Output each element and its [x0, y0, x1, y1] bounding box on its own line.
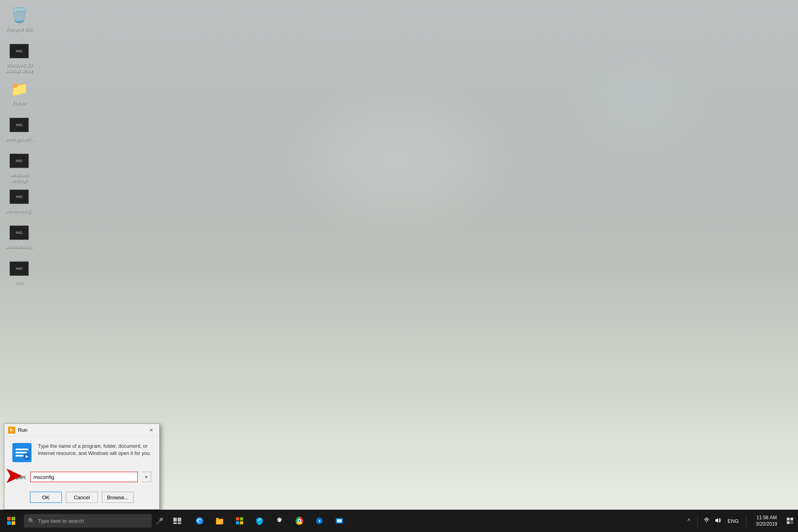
run-dialog: ▶️ Run ✕ Type the name of a program, fol…: [4, 423, 160, 510]
svg-rect-1: [16, 449, 28, 450]
windowslog2-icon: IMG: [10, 223, 29, 242]
tray-network-icon[interactable]: [703, 518, 711, 524]
taskbar-app2-button[interactable]: [330, 510, 349, 532]
red-arrow-indicator: ➤: [5, 466, 22, 486]
svg-rect-37: [787, 521, 790, 524]
run-dialog-close-button[interactable]: ✕: [147, 425, 156, 435]
svg-rect-3: [16, 455, 24, 457]
run-dialog-buttons: OK Cancel Browse...: [4, 488, 159, 509]
svg-rect-38: [790, 521, 793, 524]
taskbar-search-placeholder: Type here to search: [38, 518, 84, 524]
run-dialog-ok-button[interactable]: OK: [30, 492, 62, 503]
folder-label: Folder: [12, 100, 26, 106]
run-dialog-icon: ▶️: [8, 426, 16, 434]
svg-marker-34: [715, 518, 718, 523]
run-dialog-description: Type the name of a program, folder, docu…: [38, 443, 151, 457]
svg-text:✦: ✦: [318, 519, 321, 523]
start-button[interactable]: [0, 510, 22, 532]
run-dialog-body: Type the name of a program, folder, docu…: [4, 437, 159, 469]
system-tray: ^ ENG 1: [681, 510, 798, 532]
run-dialog-browse-button[interactable]: Browse...: [102, 492, 134, 503]
taskbar-store-button[interactable]: [230, 510, 249, 532]
tray-expand-button[interactable]: ^: [685, 518, 693, 524]
startup-delay-icon: IMG: [10, 42, 29, 61]
svg-rect-8: [7, 521, 11, 525]
svg-rect-18: [217, 522, 222, 522]
svg-rect-23: [240, 521, 243, 524]
windows-settings-label: windows settings: [5, 172, 34, 184]
run-dialog-input[interactable]: [30, 472, 138, 482]
tray-time: 11:58 AM: [756, 515, 777, 520]
taskbar-settings-button[interactable]: [270, 510, 289, 532]
taskbar-app1-button[interactable]: ✦: [310, 510, 329, 532]
taskbar: 🔍 Type here to search 🎤: [0, 510, 798, 532]
taskbar-chrome-button[interactable]: [290, 510, 309, 532]
svg-rect-19: [217, 523, 221, 524]
desktop-icon-windowslog1[interactable]: IMG windowslog...: [3, 186, 35, 221]
run-dialog-title: Run: [18, 427, 147, 433]
tray-date: 3/20/2019: [756, 521, 777, 527]
notification-center-button[interactable]: [782, 510, 798, 532]
desktop-icon-settingssafe[interactable]: IMG settingssafe...: [3, 114, 35, 149]
run-dialog-dropdown-button[interactable]: ▼: [142, 472, 151, 482]
tray-clock[interactable]: 11:58 AM 3/20/2019: [751, 510, 782, 532]
svg-rect-22: [236, 521, 239, 524]
windowslog1-icon: IMG: [10, 187, 29, 206]
desktop-icon-windowslog2[interactable]: IMG windowslog...: [3, 222, 35, 257]
tray-icons-group: ^ ENG: [681, 515, 751, 527]
svg-rect-9: [12, 521, 15, 525]
tray-language-button[interactable]: ENG: [725, 518, 741, 524]
svg-rect-13: [178, 522, 181, 524]
taskbar-explorer-button[interactable]: [210, 510, 229, 532]
desktop-icon-run[interactable]: IMG run: [3, 257, 35, 287]
desktop-icon-folder[interactable]: 📁 Folder: [3, 78, 35, 107]
settingssafe-label: settingssafe...: [5, 136, 34, 148]
svg-rect-7: [12, 517, 15, 520]
run-icon: IMG: [10, 259, 29, 278]
settingssafe-icon: IMG: [10, 115, 29, 134]
taskbar-search-bar[interactable]: 🔍 Type here to search: [24, 514, 152, 528]
run-dialog-cancel-button[interactable]: Cancel: [66, 492, 98, 503]
svg-rect-12: [173, 522, 177, 524]
taskbar-task-view-button[interactable]: [168, 510, 187, 532]
run-dialog-titlebar: ▶️ Run ✕: [4, 424, 159, 437]
tray-volume-icon[interactable]: [714, 518, 722, 524]
svg-point-29: [299, 520, 301, 522]
windowslog1-label: windowslog...: [5, 208, 34, 220]
taskbar-mic-button[interactable]: 🎤: [152, 510, 168, 532]
run-label: run: [16, 280, 22, 285]
run-dialog-form: Open: ▼: [4, 469, 159, 488]
desktop-icon-windows-settings[interactable]: IMG windows settings: [3, 150, 35, 185]
svg-rect-6: [7, 517, 11, 520]
taskbar-edge-button[interactable]: [190, 510, 209, 532]
svg-rect-33: [337, 519, 342, 522]
run-dialog-run-icon: [12, 443, 32, 462]
recycle-bin-icon: 🗑️: [10, 6, 29, 25]
svg-rect-11: [178, 518, 181, 522]
windowslog2-label: windowslog...: [5, 244, 34, 255]
svg-rect-20: [236, 517, 239, 520]
svg-rect-35: [787, 518, 790, 520]
svg-rect-10: [173, 518, 177, 522]
desktop-icon-recycle-bin[interactable]: 🗑️ Recycle Bin: [3, 4, 35, 34]
desktop-icon-startup-delay[interactable]: IMG Windows 10 startup delay: [3, 40, 35, 75]
taskbar-apps: ✦: [190, 510, 349, 532]
windows-settings-icon: IMG: [10, 151, 29, 170]
svg-rect-16: [216, 518, 219, 520]
svg-rect-21: [240, 517, 243, 520]
svg-rect-17: [217, 520, 222, 521]
recycle-bin-label: Recycle Bin: [6, 26, 32, 32]
svg-rect-2: [16, 452, 27, 453]
tray-divider1: [697, 515, 698, 527]
run-dialog-open-row: Open: ▼: [12, 472, 151, 482]
tray-divider2: [746, 515, 747, 527]
startup-delay-label: Windows 10 startup delay: [5, 62, 34, 74]
search-icon: 🔍: [28, 518, 35, 524]
taskbar-security-button[interactable]: [250, 510, 269, 532]
svg-rect-36: [790, 518, 793, 520]
folder-icon: 📁: [10, 79, 29, 99]
